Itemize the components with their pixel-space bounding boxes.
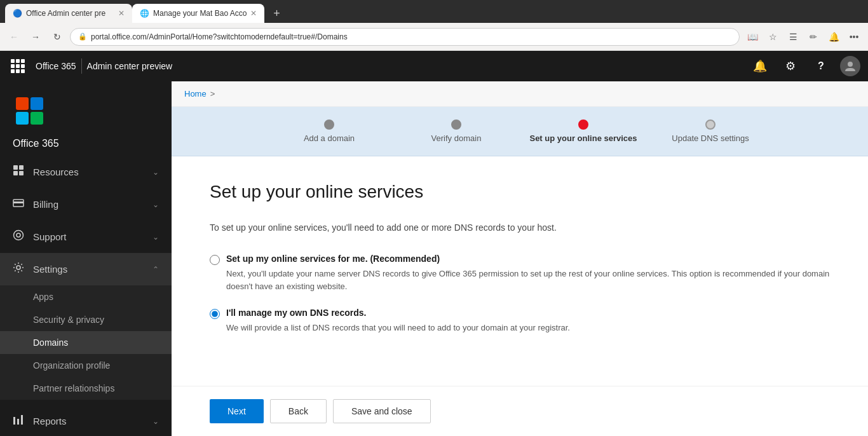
auto-setup-title: Set up my online services for me. (Recom…	[226, 254, 440, 264]
step-dot-setup-online	[578, 119, 588, 130]
radio-title-auto: Set up my online services for me. (Recom…	[226, 254, 440, 268]
waffle-icon	[11, 59, 25, 73]
new-tab-button[interactable]: +	[267, 4, 286, 23]
forward-button[interactable]: →	[27, 28, 44, 46]
page-title: Set up your online services	[210, 182, 830, 202]
refresh-button[interactable]: ↻	[48, 28, 66, 46]
step-dot-update-dns	[705, 119, 715, 130]
step-label-add-domain: Add a domain	[304, 133, 355, 143]
step-label-verify-domain: Verify domain	[431, 133, 482, 143]
notes-button[interactable]: ✏	[804, 28, 822, 46]
radio-option-auto-setup: Set up my online services for me. (Recom…	[210, 254, 830, 292]
sidebar-brand-name: Office 365	[13, 138, 159, 149]
manual-setup-description: We will provide a list of DNS records th…	[210, 322, 830, 334]
brand-divider	[81, 58, 82, 74]
sidebar-item-billing[interactable]: Billing ⌄	[0, 188, 172, 221]
content-area: Home > Add a domain Verify domain	[172, 81, 868, 436]
radio-input-auto[interactable]	[210, 255, 220, 265]
svg-point-14	[17, 266, 20, 269]
favorites-button[interactable]: ☆	[764, 28, 782, 46]
notifications-button[interactable]: 🔔	[825, 28, 843, 46]
svg-rect-11	[13, 201, 24, 203]
browser-toolbar: ← → ↻ 🔒 portal.office.com/AdminPortal/Ho…	[0, 23, 868, 51]
svg-rect-9	[19, 171, 24, 175]
step-label-update-dns: Update DNS settings	[672, 133, 749, 143]
sidebar-item-reports[interactable]: Reports ⌄	[0, 405, 172, 436]
wizard-step-update-dns: Update DNS settings	[647, 119, 774, 143]
back-button-page[interactable]: Back	[270, 399, 327, 423]
svg-rect-1	[16, 97, 29, 110]
step-label-setup-online: Set up your online services	[529, 133, 637, 143]
auto-setup-description: Next, you'll update your name server DNS…	[210, 268, 830, 292]
app-brand-name: Office 365	[36, 61, 76, 71]
step-dot-add-domain	[324, 119, 334, 130]
radio-title-manual: I'll manage my own DNS records.	[226, 308, 366, 322]
sidebar-item-settings[interactable]: Settings ⌃	[0, 253, 172, 285]
reports-label: Reports	[33, 416, 67, 426]
reports-chevron: ⌄	[153, 417, 159, 426]
settings-button[interactable]: ⚙	[779, 55, 802, 78]
sidebar-subitem-security[interactable]: Security & privacy	[0, 308, 172, 331]
wizard-step-add-domain: Add a domain	[266, 119, 393, 143]
billing-chevron: ⌄	[153, 200, 159, 209]
app-title-text: Admin center preview	[87, 61, 173, 71]
app-header: Office 365 Admin center preview 🔔 ⚙ ?	[0, 51, 868, 81]
sidebar-subitem-org-profile[interactable]: Organization profile	[0, 354, 172, 377]
page-description: To set up your online services, you'll n…	[210, 221, 830, 235]
tab-1-close[interactable]: ✕	[118, 9, 125, 18]
settings-nav-icon	[13, 262, 24, 276]
svg-rect-16	[17, 419, 19, 425]
sidebar-subitem-partner-rel[interactable]: Partner relationships	[0, 377, 172, 400]
sidebar-item-resources[interactable]: Resources ⌄	[0, 156, 172, 188]
svg-rect-7	[19, 165, 24, 170]
tab-1-title: Office Admin center pre	[26, 9, 105, 18]
breadcrumb: Home >	[172, 81, 868, 107]
more-button[interactable]: •••	[845, 28, 863, 46]
next-button[interactable]: Next	[210, 399, 264, 423]
address-bar[interactable]: 🔒 portal.office.com/AdminPortal/Home?swi…	[70, 28, 740, 46]
tab-2-favicon: 🌐	[140, 9, 149, 18]
svg-rect-6	[13, 165, 18, 170]
resources-label: Resources	[33, 167, 79, 177]
breadcrumb-home[interactable]: Home	[184, 89, 207, 99]
sidebar-item-support[interactable]: Support ⌄	[0, 221, 172, 253]
app-brand: Office 365 Admin center preview	[36, 58, 172, 74]
radio-label-auto[interactable]: Set up my online services for me. (Recom…	[210, 254, 830, 268]
wizard-step-setup-online: Set up your online services	[520, 119, 647, 143]
notification-button[interactable]: 🔔	[749, 55, 771, 78]
tab-2[interactable]: 🌐 Manage your Mat Bao Acco ✕	[132, 4, 264, 23]
page-content: Set up your online services To set up yo…	[172, 156, 868, 386]
breadcrumb-separator: >	[210, 89, 215, 99]
toolbar-actions: 📖 ☆ ☰ ✏ 🔔 •••	[743, 28, 863, 46]
wizard-stepper: Add a domain Verify domain Set up your o…	[172, 107, 868, 156]
waffle-menu-button[interactable]	[8, 56, 28, 76]
radio-label-manual[interactable]: I'll manage my own DNS records.	[210, 308, 830, 322]
sidebar-subitem-domains[interactable]: Domains	[0, 331, 172, 354]
reader-mode-button[interactable]: 📖	[743, 28, 761, 46]
svg-rect-8	[13, 171, 18, 175]
svg-point-12	[14, 231, 24, 240]
back-button[interactable]: ←	[5, 28, 23, 46]
sidebar: Office 365 Office 365 Resources ⌄	[0, 81, 172, 436]
user-avatar[interactable]	[840, 56, 860, 76]
tab-1[interactable]: 🔵 Office Admin center pre ✕	[5, 4, 132, 23]
hub-button[interactable]: ☰	[784, 28, 802, 46]
manual-setup-title: I'll manage my own DNS records.	[226, 308, 366, 318]
svg-rect-4	[31, 112, 43, 125]
svg-rect-2	[31, 97, 43, 110]
svg-rect-15	[13, 417, 15, 425]
main-body: Office 365 Office 365 Resources ⌄	[0, 81, 868, 436]
tab-2-title: Manage your Mat Bao Acco	[153, 9, 247, 18]
sidebar-subitem-apps[interactable]: Apps	[0, 285, 172, 308]
wizard-step-verify-domain: Verify domain	[393, 119, 520, 143]
svg-point-0	[848, 62, 853, 67]
resources-icon	[13, 165, 24, 179]
tab-2-close[interactable]: ✕	[250, 9, 257, 18]
tab-bar: 🔵 Office Admin center pre ✕ 🌐 Manage you…	[0, 0, 868, 23]
radio-input-manual[interactable]	[210, 309, 220, 319]
reports-icon	[13, 414, 24, 428]
lock-icon: 🔒	[78, 32, 87, 41]
billing-label: Billing	[33, 199, 58, 210]
help-button[interactable]: ?	[810, 55, 832, 78]
save-close-button[interactable]: Save and close	[333, 399, 431, 423]
